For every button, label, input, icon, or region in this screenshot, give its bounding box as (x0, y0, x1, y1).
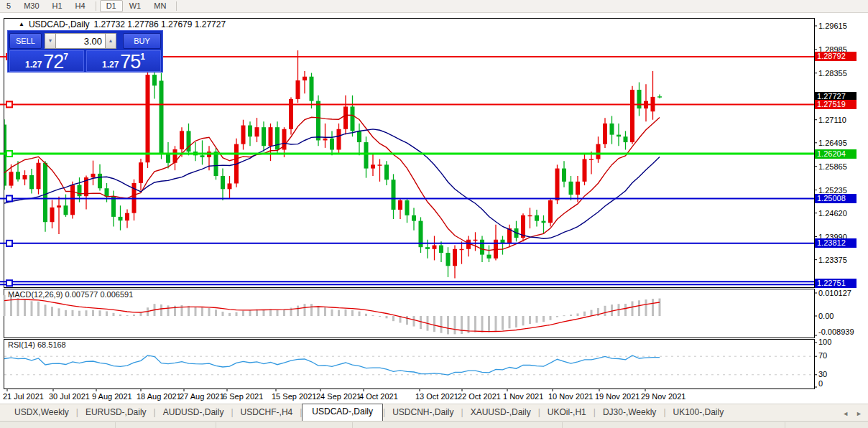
tab-usdcnh-daily[interactable]: USDCNH-,Daily (385, 405, 461, 421)
macd-label: MACD(12,26,9) 0.007577 0.006591 (8, 290, 133, 299)
statusbar-divider (562, 422, 563, 428)
price-badge: 1.26204 (815, 149, 857, 159)
chart-title: ▲ USDCAD-,Daily 1.27732 1.27786 1.27679 … (19, 19, 226, 29)
date-axis-label: 15 Sep 2021 (272, 392, 316, 401)
timeframe-button-H1[interactable]: H1 (46, 0, 69, 12)
statusbar-divider (352, 422, 353, 428)
date-axis-label: 4 Oct 2021 (359, 392, 398, 401)
tab-audusd-daily[interactable]: AUDUSD-,Daily (156, 405, 231, 421)
level-handle[interactable] (6, 101, 12, 107)
toolbar-separator (176, 1, 177, 11)
sell-button[interactable]: SELL (9, 33, 42, 49)
rsi-axis-label: 100 (818, 338, 831, 346)
one-click-trade-panel: SELL ▼ 3.00 ▲ BUY 1.27 72 7 1.27 75 1 (7, 30, 163, 73)
sell-price-display[interactable]: 1.27 72 7 (9, 50, 84, 72)
tab-eurusd-daily[interactable]: EURUSD-,Daily (78, 405, 154, 421)
timeframe-toolbar: 5M30H1H4D1W1MN (0, 0, 868, 13)
chart-title-ohlc: 1.27732 1.27786 1.27679 1.27727 (94, 19, 226, 29)
tab-usdcad-daily[interactable]: USDCAD-,Daily (302, 404, 383, 421)
price-axis-label: 1.25235 (818, 186, 847, 195)
chart-title-symbol: USDCAD-,Daily (29, 19, 90, 29)
date-axis-label: 9 Aug 2021 (92, 392, 132, 401)
level-handle[interactable] (6, 195, 12, 201)
sell-price-sup: 7 (63, 52, 68, 61)
date-axis-label: 27 Aug 2021 (180, 392, 224, 401)
macd-signal-value: 0.006591 (100, 290, 133, 299)
price-badge: 1.25008 (815, 194, 857, 203)
date-axis-label: 18 Aug 2021 (137, 392, 181, 401)
tab-usdchf-h4[interactable]: USDCHF-,H4 (234, 405, 300, 421)
rsi-axis-label: 70 (818, 351, 827, 360)
volume-decrease-button[interactable]: ▼ (45, 33, 56, 49)
price-axis-label: 1.23375 (818, 256, 847, 264)
tab-scroll-right-icon[interactable]: ► (856, 410, 862, 417)
statusbar-divider (216, 422, 216, 428)
tab-scroll-left-icon[interactable]: ◄ (842, 410, 849, 417)
price-axis-label: 1.26495 (818, 139, 847, 147)
price-axis-label: 1.25865 (818, 162, 847, 171)
tab-xauusd-daily[interactable]: XAUUSD-,Daily (463, 405, 538, 421)
volume-input[interactable]: 3.00 (56, 33, 105, 49)
date-axis-label: 10 Nov 2021 (548, 392, 593, 401)
buy-button[interactable]: BUY (123, 33, 161, 49)
sell-price-big: 72 (43, 54, 63, 70)
date-axis-label: 1 Nov 2021 (503, 392, 543, 401)
price-axis-label: 1.28355 (818, 69, 847, 78)
volume-increase-button[interactable]: ▲ (105, 33, 116, 49)
buy-price-display[interactable]: 1.27 75 1 (86, 50, 161, 72)
tab-scroll-arrows: ◄► (842, 410, 868, 421)
buy-price-prefix: 1.27 (102, 60, 119, 70)
price-badge: 1.22751 (815, 279, 857, 288)
rsi-axis-label: 30 (818, 370, 827, 378)
level-handle[interactable] (6, 280, 12, 286)
sell-price-prefix: 1.27 (25, 60, 42, 70)
price-badge: 1.27519 (815, 100, 857, 109)
timeframe-button-5[interactable]: 5 (0, 0, 17, 12)
statusbar-divider (785, 422, 785, 428)
macd-axis-label: 0.010127 (818, 289, 851, 297)
price-axis-label: 1.29615 (818, 22, 847, 30)
date-axis-label: 29 Nov 2021 (641, 392, 685, 401)
tab-ukoil-h1[interactable]: UKOil-,H1 (540, 405, 594, 421)
buy-price-big: 75 (120, 54, 140, 70)
macd-value: 0.007577 (65, 290, 98, 299)
toolbar-separator (96, 1, 96, 11)
status-bar (0, 421, 868, 428)
price-axis-label: 1.24620 (818, 209, 847, 218)
date-axis-label: 30 Jul 2021 (49, 392, 90, 401)
collapse-chart-icon[interactable]: ▲ (19, 21, 24, 28)
timeframe-button-D1[interactable]: D1 (100, 0, 123, 12)
date-axis-label: 24 Sep 2021 (316, 392, 361, 401)
timeframe-button-W1[interactable]: W1 (123, 0, 148, 12)
macd-axis-label: -0.008939 (818, 327, 854, 336)
price-axis-label: 1.27110 (818, 116, 846, 124)
rsi-value: 68.5168 (37, 340, 66, 349)
timeframe-button-H4[interactable]: H4 (69, 0, 92, 12)
statusbar-divider (115, 422, 116, 428)
rsi-panel[interactable] (4, 340, 815, 389)
tab-dj30-weekly[interactable]: DJ30-,Weekly (596, 405, 663, 421)
buy-price-sup: 1 (140, 52, 145, 61)
timeframe-button-M30[interactable]: M30 (17, 0, 45, 12)
rsi-label: RSI(14) 68.5168 (8, 340, 66, 349)
level-handle[interactable] (6, 241, 12, 246)
date-axis-label: 19 Nov 2021 (595, 392, 640, 401)
macd-axis-label: 0.00 (818, 312, 834, 320)
date-axis-label: 22 Oct 2021 (458, 392, 501, 401)
symbol-tabbar: USDX,Weekly|EURUSD-,Daily|AUDUSD-,Daily|… (0, 404, 868, 421)
level-handle[interactable] (6, 151, 12, 157)
date-axis-label: 13 Oct 2021 (415, 392, 458, 401)
date-axis-label: 6 Sep 2021 (223, 392, 263, 401)
tab-usdx-weekly[interactable]: USDX,Weekly (7, 405, 76, 421)
date-axis-label: 21 Jul 2021 (3, 392, 44, 401)
tab-uk100-daily[interactable]: UK100-,Daily (666, 405, 731, 421)
rsi-axis-label: 0 (818, 379, 823, 388)
price-badge: 1.28792 (815, 52, 857, 61)
price-badge: 1.23812 (815, 238, 857, 248)
timeframe-button-MN[interactable]: MN (147, 0, 172, 12)
